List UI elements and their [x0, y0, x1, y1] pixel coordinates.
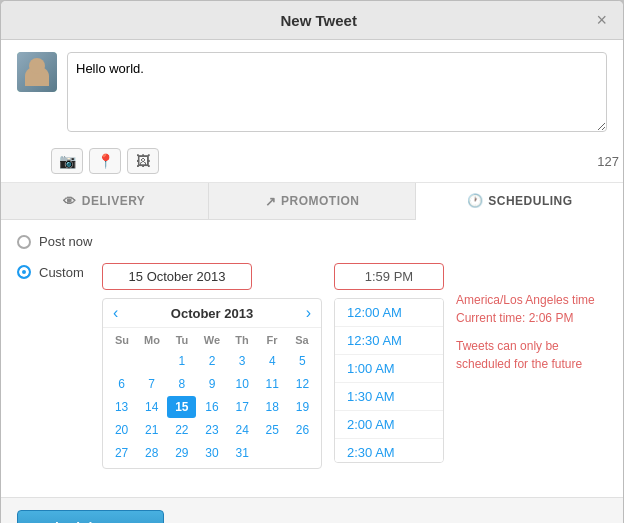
avatar-image	[17, 52, 57, 92]
cal-day-17[interactable]: 17	[228, 396, 257, 418]
custom-radio[interactable]	[17, 265, 31, 279]
day-th: Th	[227, 332, 257, 348]
timezone-label: America/Los Angeles time	[456, 291, 607, 309]
cal-day-28[interactable]: 28	[137, 442, 166, 464]
cal-day-9[interactable]: 9	[197, 373, 226, 395]
time-section: 1:59 PM 12:00 AM 12:30 AM 1:00 AM 1:30 A…	[334, 263, 444, 463]
cal-day-20[interactable]: 20	[107, 419, 136, 441]
cal-day-10[interactable]: 10	[228, 373, 257, 395]
photo-button[interactable]: 📷	[51, 148, 83, 174]
warning-label: Tweets can only be scheduled for the fut…	[456, 337, 607, 373]
tweet-input[interactable]: Hello world.	[67, 52, 607, 132]
day-fr: Fr	[257, 332, 287, 348]
modal-header: New Tweet ×	[1, 1, 623, 40]
avatar	[17, 52, 57, 92]
cal-day-14[interactable]: 14	[137, 396, 166, 418]
time-200am[interactable]: 2:00 AM	[335, 411, 443, 439]
cal-day-31[interactable]: 31	[228, 442, 257, 464]
cal-day-30[interactable]: 30	[197, 442, 226, 464]
camera-icon: 📷	[59, 153, 76, 169]
cal-day-1[interactable]: 1	[167, 350, 196, 372]
day-we: We	[197, 332, 227, 348]
cal-day-23[interactable]: 23	[197, 419, 226, 441]
time-list: 12:00 AM 12:30 AM 1:00 AM 1:30 AM 2:00 A…	[334, 298, 444, 463]
cal-day-empty	[107, 350, 136, 372]
prev-month-button[interactable]: ‹	[113, 305, 118, 321]
current-time-label: Current time: 2:06 PM	[456, 309, 607, 327]
calendar: ‹ October 2013 › Su Mo Tu We Th Fr	[102, 298, 322, 469]
cal-day-16[interactable]: 16	[197, 396, 226, 418]
cal-day-19[interactable]: 19	[288, 396, 317, 418]
post-now-radio[interactable]	[17, 235, 31, 249]
compose-area: Hello world.	[1, 40, 623, 140]
tab-scheduling-label: SCHEDULING	[488, 194, 572, 208]
cal-day-12[interactable]: 12	[288, 373, 317, 395]
tab-scheduling[interactable]: 🕐 SCHEDULING	[416, 183, 623, 220]
close-button[interactable]: ×	[596, 11, 607, 29]
toolbar-icons: 📷 📍 🖼	[51, 148, 159, 174]
media-button[interactable]: 🖼	[127, 148, 159, 174]
calendar-grid: Su Mo Tu We Th Fr Sa	[103, 328, 321, 468]
calendar-section: 15 October 2013 ‹ October 2013 › Su Mo T…	[102, 263, 322, 469]
cal-day-15-selected[interactable]: 15	[167, 396, 196, 418]
cal-day-25[interactable]: 25	[258, 419, 287, 441]
toolbar-row: 📷 📍 🖼 127	[1, 140, 623, 183]
cal-day-7[interactable]: 7	[137, 373, 166, 395]
cal-day-empty	[288, 442, 317, 464]
day-sa: Sa	[287, 332, 317, 348]
media-icon: 🖼	[136, 153, 150, 169]
custom-row: Custom 15 October 2013 ‹ October 2013 › …	[17, 263, 607, 469]
side-info: America/Los Angeles time Current time: 2…	[456, 263, 607, 373]
cal-day-21[interactable]: 21	[137, 419, 166, 441]
cal-day-3[interactable]: 3	[228, 350, 257, 372]
post-now-row[interactable]: Post now	[17, 234, 607, 249]
location-button[interactable]: 📍	[89, 148, 121, 174]
cal-day-empty	[137, 350, 166, 372]
cal-day-11[interactable]: 11	[258, 373, 287, 395]
time-130am[interactable]: 1:30 AM	[335, 383, 443, 411]
clock-icon: 🕐	[467, 193, 484, 208]
scheduling-section: Post now Custom 15 October 2013 ‹ Octobe…	[1, 220, 623, 497]
modal-footer: Schedule Tweet	[1, 497, 623, 523]
cal-day-6[interactable]: 6	[107, 373, 136, 395]
char-count: 127	[597, 154, 623, 169]
custom-label: Custom	[39, 265, 94, 280]
tabs-row: 👁 DELIVERY ↗ PROMOTION 🕐 SCHEDULING	[1, 183, 623, 220]
tab-promotion-label: PROMOTION	[281, 194, 360, 208]
time-230am[interactable]: 2:30 AM	[335, 439, 443, 463]
time-1200am[interactable]: 12:00 AM	[335, 299, 443, 327]
cal-day-4[interactable]: 4	[258, 350, 287, 372]
post-now-label: Post now	[39, 234, 92, 249]
arrow-icon: ↗	[265, 194, 277, 209]
cal-day-29[interactable]: 29	[167, 442, 196, 464]
date-input[interactable]: 15 October 2013	[102, 263, 252, 290]
eye-icon: 👁	[63, 194, 77, 209]
time-input[interactable]: 1:59 PM	[334, 263, 444, 290]
cal-day-13[interactable]: 13	[107, 396, 136, 418]
next-month-button[interactable]: ›	[306, 305, 311, 321]
schedule-tweet-button[interactable]: Schedule Tweet	[17, 510, 164, 523]
day-su: Su	[107, 332, 137, 348]
time-1230am[interactable]: 12:30 AM	[335, 327, 443, 355]
day-names-row: Su Mo Tu We Th Fr Sa	[107, 332, 317, 348]
cal-day-2[interactable]: 2	[197, 350, 226, 372]
tab-delivery[interactable]: 👁 DELIVERY	[1, 183, 209, 219]
calendar-month: October 2013	[171, 306, 253, 321]
calendar-days: 1 2 3 4 5 6 7 8 9 10 11	[107, 350, 317, 464]
cal-day-24[interactable]: 24	[228, 419, 257, 441]
tab-delivery-label: DELIVERY	[82, 194, 146, 208]
cal-day-26[interactable]: 26	[288, 419, 317, 441]
location-icon: 📍	[97, 153, 114, 169]
tab-promotion[interactable]: ↗ PROMOTION	[209, 183, 417, 219]
day-mo: Mo	[137, 332, 167, 348]
calendar-header: ‹ October 2013 ›	[103, 299, 321, 328]
time-100am[interactable]: 1:00 AM	[335, 355, 443, 383]
cal-day-18[interactable]: 18	[258, 396, 287, 418]
cal-day-8[interactable]: 8	[167, 373, 196, 395]
modal-window: New Tweet × Hello world. 📷 📍 🖼 127	[0, 0, 624, 523]
cal-day-27[interactable]: 27	[107, 442, 136, 464]
cal-day-5[interactable]: 5	[288, 350, 317, 372]
day-tu: Tu	[167, 332, 197, 348]
cal-day-22[interactable]: 22	[167, 419, 196, 441]
modal-title: New Tweet	[41, 12, 596, 29]
